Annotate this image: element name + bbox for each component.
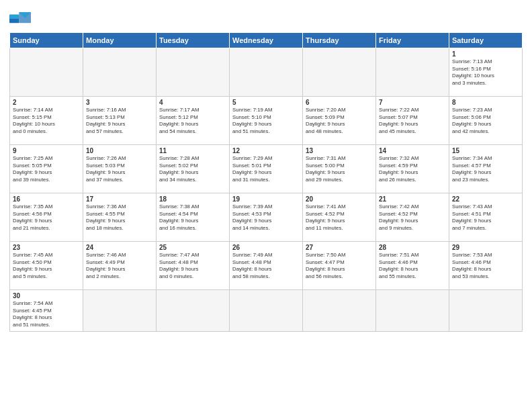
calendar-cell	[83, 290, 157, 332]
calendar-cell: 28Sunrise: 7:51 AM Sunset: 4:46 PM Dayli…	[376, 242, 449, 290]
day-info: Sunrise: 7:17 AM Sunset: 5:12 PM Dayligh…	[159, 107, 226, 135]
day-number: 8	[452, 99, 519, 106]
day-number: 2	[13, 99, 80, 106]
day-number: 23	[13, 244, 80, 251]
calendar-cell: 24Sunrise: 7:46 AM Sunset: 4:49 PM Dayli…	[83, 242, 157, 290]
calendar-cell: 19Sunrise: 7:39 AM Sunset: 4:53 PM Dayli…	[230, 193, 303, 242]
day-number: 25	[159, 244, 226, 251]
calendar-cell: 3Sunrise: 7:16 AM Sunset: 5:13 PM Daylig…	[83, 97, 157, 145]
calendar-cell: 1Sunrise: 7:13 AM Sunset: 5:16 PM Daylig…	[449, 48, 523, 97]
calendar-table: SundayMondayTuesdayWednesdayThursdayFrid…	[9, 32, 523, 332]
day-number: 21	[379, 195, 446, 203]
day-number: 17	[86, 195, 153, 203]
day-info: Sunrise: 7:31 AM Sunset: 5:00 PM Dayligh…	[306, 155, 373, 183]
calendar-cell: 4Sunrise: 7:17 AM Sunset: 5:12 PM Daylig…	[157, 97, 230, 145]
day-info: Sunrise: 7:32 AM Sunset: 4:59 PM Dayligh…	[379, 155, 446, 183]
logo	[9, 9, 34, 28]
calendar-cell: 13Sunrise: 7:31 AM Sunset: 5:00 PM Dayli…	[303, 145, 376, 193]
day-info: Sunrise: 7:36 AM Sunset: 4:55 PM Dayligh…	[86, 203, 153, 232]
calendar-cell: 10Sunrise: 7:26 AM Sunset: 5:03 PM Dayli…	[83, 145, 157, 193]
svg-rect-3	[9, 15, 19, 19]
calendar-page: SundayMondayTuesdayWednesdayThursdayFrid…	[0, 0, 532, 411]
day-info: Sunrise: 7:22 AM Sunset: 5:07 PM Dayligh…	[379, 107, 446, 135]
day-number: 19	[232, 195, 300, 203]
day-info: Sunrise: 7:41 AM Sunset: 4:52 PM Dayligh…	[306, 203, 373, 232]
day-number: 18	[159, 195, 226, 203]
calendar-cell	[449, 290, 523, 332]
calendar-cell: 6Sunrise: 7:20 AM Sunset: 5:09 PM Daylig…	[303, 97, 376, 145]
day-number: 5	[232, 99, 300, 106]
day-number: 20	[306, 195, 373, 203]
day-info: Sunrise: 7:26 AM Sunset: 5:03 PM Dayligh…	[86, 155, 153, 183]
day-number: 24	[86, 244, 153, 251]
calendar-week-row: 30Sunrise: 7:54 AM Sunset: 4:45 PM Dayli…	[10, 290, 523, 332]
day-number: 22	[452, 195, 519, 203]
day-number: 27	[306, 244, 373, 251]
calendar-cell: 21Sunrise: 7:42 AM Sunset: 4:52 PM Dayli…	[376, 193, 449, 242]
calendar-cell: 9Sunrise: 7:25 AM Sunset: 5:05 PM Daylig…	[10, 145, 83, 193]
calendar-header-row: SundayMondayTuesdayWednesdayThursdayFrid…	[10, 33, 523, 48]
generalblue-logo-icon	[9, 9, 31, 28]
day-info: Sunrise: 7:29 AM Sunset: 5:01 PM Dayligh…	[232, 155, 300, 183]
header-day-wednesday: Wednesday	[230, 33, 303, 48]
day-number: 4	[159, 99, 226, 106]
day-info: Sunrise: 7:50 AM Sunset: 4:47 PM Dayligh…	[306, 252, 373, 280]
header-day-tuesday: Tuesday	[157, 33, 230, 48]
day-info: Sunrise: 7:35 AM Sunset: 4:56 PM Dayligh…	[13, 203, 80, 232]
day-number: 7	[379, 99, 446, 106]
day-number: 28	[379, 244, 446, 251]
day-info: Sunrise: 7:19 AM Sunset: 5:10 PM Dayligh…	[232, 107, 300, 135]
header-day-monday: Monday	[83, 33, 157, 48]
calendar-cell: 5Sunrise: 7:19 AM Sunset: 5:10 PM Daylig…	[230, 97, 303, 145]
calendar-cell	[376, 48, 449, 97]
header-day-saturday: Saturday	[449, 33, 523, 48]
day-info: Sunrise: 7:53 AM Sunset: 4:46 PM Dayligh…	[452, 252, 519, 280]
calendar-cell: 27Sunrise: 7:50 AM Sunset: 4:47 PM Dayli…	[303, 242, 376, 290]
day-number: 9	[13, 147, 80, 154]
calendar-cell: 2Sunrise: 7:14 AM Sunset: 5:15 PM Daylig…	[10, 97, 83, 145]
day-info: Sunrise: 7:46 AM Sunset: 4:49 PM Dayligh…	[86, 252, 153, 280]
day-info: Sunrise: 7:28 AM Sunset: 5:02 PM Dayligh…	[159, 155, 226, 183]
calendar-cell	[230, 48, 303, 97]
calendar-cell: 25Sunrise: 7:47 AM Sunset: 4:48 PM Dayli…	[157, 242, 230, 290]
calendar-week-row: 1Sunrise: 7:13 AM Sunset: 5:16 PM Daylig…	[10, 48, 523, 97]
calendar-cell: 17Sunrise: 7:36 AM Sunset: 4:55 PM Dayli…	[83, 193, 157, 242]
day-number: 15	[452, 147, 519, 154]
day-info: Sunrise: 7:14 AM Sunset: 5:15 PM Dayligh…	[13, 107, 80, 135]
day-info: Sunrise: 7:23 AM Sunset: 5:06 PM Dayligh…	[452, 107, 519, 135]
calendar-cell: 29Sunrise: 7:53 AM Sunset: 4:46 PM Dayli…	[449, 242, 523, 290]
calendar-cell: 20Sunrise: 7:41 AM Sunset: 4:52 PM Dayli…	[303, 193, 376, 242]
day-number: 10	[86, 147, 153, 154]
calendar-cell: 22Sunrise: 7:43 AM Sunset: 4:51 PM Dayli…	[449, 193, 523, 242]
calendar-cell: 7Sunrise: 7:22 AM Sunset: 5:07 PM Daylig…	[376, 97, 449, 145]
calendar-cell	[303, 290, 376, 332]
day-number: 30	[13, 292, 80, 300]
header	[9, 7, 523, 28]
calendar-cell: 30Sunrise: 7:54 AM Sunset: 4:45 PM Dayli…	[10, 290, 83, 332]
calendar-cell	[157, 48, 230, 97]
day-number: 26	[232, 244, 300, 251]
header-day-thursday: Thursday	[303, 33, 376, 48]
day-number: 16	[13, 195, 80, 203]
calendar-week-row: 16Sunrise: 7:35 AM Sunset: 4:56 PM Dayli…	[10, 193, 523, 242]
day-info: Sunrise: 7:54 AM Sunset: 4:45 PM Dayligh…	[13, 300, 80, 328]
day-number: 6	[306, 99, 373, 106]
day-info: Sunrise: 7:25 AM Sunset: 5:05 PM Dayligh…	[13, 155, 80, 183]
day-info: Sunrise: 7:34 AM Sunset: 4:57 PM Dayligh…	[452, 155, 519, 183]
day-number: 1	[452, 50, 519, 58]
day-info: Sunrise: 7:39 AM Sunset: 4:53 PM Dayligh…	[232, 203, 300, 232]
day-info: Sunrise: 7:42 AM Sunset: 4:52 PM Dayligh…	[379, 203, 446, 232]
calendar-cell: 8Sunrise: 7:23 AM Sunset: 5:06 PM Daylig…	[449, 97, 523, 145]
day-info: Sunrise: 7:43 AM Sunset: 4:51 PM Dayligh…	[452, 203, 519, 232]
day-info: Sunrise: 7:16 AM Sunset: 5:13 PM Dayligh…	[86, 107, 153, 135]
day-info: Sunrise: 7:47 AM Sunset: 4:48 PM Dayligh…	[159, 252, 226, 280]
calendar-cell	[157, 290, 230, 332]
day-number: 12	[232, 147, 300, 154]
header-day-sunday: Sunday	[10, 33, 83, 48]
day-number: 11	[159, 147, 226, 154]
calendar-cell	[376, 290, 449, 332]
calendar-cell	[230, 290, 303, 332]
day-info: Sunrise: 7:49 AM Sunset: 4:48 PM Dayligh…	[232, 252, 300, 280]
calendar-cell	[10, 48, 83, 97]
day-number: 29	[452, 244, 519, 251]
